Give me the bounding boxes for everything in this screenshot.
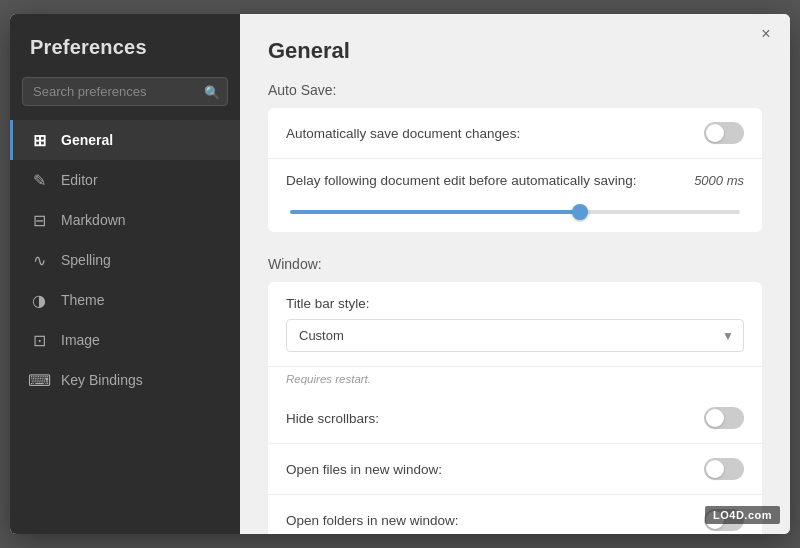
theme-icon: ◑ xyxy=(29,290,49,310)
autosave-group-label: Auto Save: xyxy=(268,82,762,98)
open-files-label: Open files in new window: xyxy=(286,462,442,477)
sidebar-item-label: Editor xyxy=(61,172,98,188)
preferences-dialog: Preferences 🔍 ⊞ General ✎ Editor ⊟ Markd… xyxy=(10,14,790,534)
sidebar-item-label: Key Bindings xyxy=(61,372,143,388)
sidebar-item-label: Image xyxy=(61,332,100,348)
autosave-card: Automatically save document changes: Del… xyxy=(268,108,762,232)
delay-header: Delay following document edit before aut… xyxy=(286,173,744,188)
sidebar-item-editor[interactable]: ✎ Editor xyxy=(10,160,240,200)
requires-restart-hint: Requires restart. xyxy=(268,373,762,393)
main-content: × General Auto Save: Automatically save … xyxy=(240,14,790,534)
sidebar-item-theme[interactable]: ◑ Theme xyxy=(10,280,240,320)
sidebar-item-markdown[interactable]: ⊟ Markdown xyxy=(10,200,240,240)
sidebar-item-label: Spelling xyxy=(61,252,111,268)
auto-save-toggle[interactable] xyxy=(704,122,744,144)
search-icon: 🔍 xyxy=(204,84,220,99)
general-icon: ⊞ xyxy=(29,130,49,150)
sidebar-item-label: General xyxy=(61,132,113,148)
sidebar-item-keybindings[interactable]: ⌨ Key Bindings xyxy=(10,360,240,400)
watermark: LO4D.com xyxy=(705,506,780,524)
search-input[interactable] xyxy=(22,77,228,106)
open-files-row: Open files in new window: xyxy=(268,444,762,495)
sidebar-item-label: Theme xyxy=(61,292,105,308)
auto-save-label: Automatically save document changes: xyxy=(286,126,520,141)
title-bar-select[interactable]: Custom Native Hidden xyxy=(286,319,744,352)
sidebar-nav: ⊞ General ✎ Editor ⊟ Markdown ∿ Spelling… xyxy=(10,120,240,534)
delay-value: 5000 ms xyxy=(694,173,744,188)
title-bar-label: Title bar style: xyxy=(286,296,744,311)
delay-row: Delay following document edit before aut… xyxy=(268,159,762,232)
image-icon: ⊡ xyxy=(29,330,49,350)
open-files-toggle[interactable] xyxy=(704,458,744,480)
sidebar-title: Preferences xyxy=(10,14,240,77)
sidebar-item-label: Markdown xyxy=(61,212,126,228)
markdown-icon: ⊟ xyxy=(29,210,49,230)
search-container: 🔍 xyxy=(22,77,228,106)
title-bar-row: Title bar style: Custom Native Hidden ▼ xyxy=(268,282,762,367)
hide-scrollbars-label: Hide scrollbars: xyxy=(286,411,379,426)
sidebar-item-general[interactable]: ⊞ General xyxy=(10,120,240,160)
editor-icon: ✎ xyxy=(29,170,49,190)
sidebar-item-spelling[interactable]: ∿ Spelling xyxy=(10,240,240,280)
hide-scrollbars-row: Hide scrollbars: xyxy=(268,393,762,444)
delay-slider[interactable] xyxy=(290,210,740,214)
hide-scrollbars-toggle[interactable] xyxy=(704,407,744,429)
open-folders-row: Open folders in new window: xyxy=(268,495,762,534)
close-button[interactable]: × xyxy=(756,24,776,44)
window-group-label: Window: xyxy=(268,256,762,272)
delay-label: Delay following document edit before aut… xyxy=(286,173,636,188)
auto-save-row: Automatically save document changes: xyxy=(268,108,762,159)
sidebar: Preferences 🔍 ⊞ General ✎ Editor ⊟ Markd… xyxy=(10,14,240,534)
window-card: Title bar style: Custom Native Hidden ▼ … xyxy=(268,282,762,534)
keybindings-icon: ⌨ xyxy=(29,370,49,390)
title-bar-dropdown-container: Custom Native Hidden ▼ xyxy=(286,319,744,352)
slider-container xyxy=(286,200,744,218)
sidebar-item-image[interactable]: ⊡ Image xyxy=(10,320,240,360)
open-folders-label: Open folders in new window: xyxy=(286,513,459,528)
page-title: General xyxy=(268,38,762,64)
spelling-icon: ∿ xyxy=(29,250,49,270)
